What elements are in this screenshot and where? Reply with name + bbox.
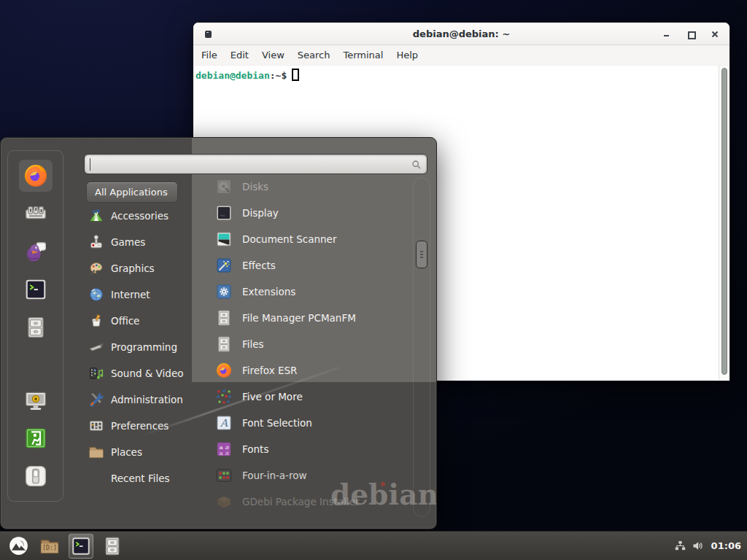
app-font-selection[interactable]: AFont Selection <box>202 410 415 436</box>
terminal-scrollbar-thumb[interactable] <box>721 68 727 375</box>
category-accessories[interactable]: Accessories <box>86 203 197 229</box>
category-sound-video[interactable]: Sound & Video <box>86 360 197 386</box>
app-gdebi-package-installer[interactable]: GDebi Package Installer <box>202 489 415 515</box>
terminal-menu-edit[interactable]: Edit <box>224 45 255 66</box>
category-games[interactable]: Games <box>86 229 197 255</box>
svg-text:a: a <box>225 450 228 456</box>
taskbar: [D:] 01:06 <box>0 531 747 560</box>
app-disks[interactable]: Disks <box>202 174 415 200</box>
terminal-dark-icon <box>24 278 47 301</box>
app-document-scanner[interactable]: Document Scanner <box>202 226 415 252</box>
prompt-symbol: :~$ <box>270 70 287 81</box>
four-in-a-row-icon <box>215 467 233 484</box>
app-display[interactable]: Display <box>202 200 415 226</box>
category-label: Games <box>111 236 145 248</box>
all-applications-button[interactable]: All Applications <box>86 182 178 203</box>
application-menu: debian All Applications AccessoriesGames… <box>0 137 437 529</box>
close-icon[interactable] <box>711 30 719 39</box>
app-label: Four-in-a-row <box>242 470 307 481</box>
category-office[interactable]: Office <box>86 308 197 334</box>
app-four-in-a-row[interactable]: Four-in-a-row <box>202 462 415 489</box>
network-icon[interactable] <box>674 540 686 552</box>
app-label: Font Selection <box>242 417 312 429</box>
taskbar-menu[interactable] <box>6 534 31 559</box>
favorite-terminal[interactable] <box>19 273 53 306</box>
menu-circle-icon <box>9 536 28 556</box>
file-cabinet-icon <box>24 316 47 339</box>
disks-icon <box>215 178 233 195</box>
gdebi-icon <box>215 493 233 510</box>
app-label: Display <box>242 207 279 219</box>
svg-text:A: A <box>220 417 228 429</box>
games-icon <box>88 234 104 250</box>
category-internet[interactable]: Internet <box>86 281 197 308</box>
taskbar-launchers: [D:] <box>6 534 125 559</box>
taskbar-terminal-active[interactable] <box>69 534 93 559</box>
taskbar-file-manager[interactable]: [D:] <box>37 534 62 559</box>
mixer-icon <box>24 202 47 225</box>
minimize-icon[interactable] <box>662 30 671 39</box>
app-label: GDebi Package Installer <box>242 496 360 508</box>
app-file-manager-pcmanfm[interactable]: File Manager PCManFM <box>202 305 415 331</box>
clock[interactable]: 01:06 <box>711 540 741 551</box>
display-icon <box>215 204 233 222</box>
taskbar-file-cabinet[interactable] <box>100 534 125 559</box>
terminal-menu-terminal[interactable]: Terminal <box>336 45 390 66</box>
category-administration[interactable]: Administration <box>86 386 197 413</box>
document-scanner-icon <box>215 230 233 248</box>
favorite-firefox[interactable] <box>19 160 53 192</box>
accessories-icon <box>88 208 104 224</box>
app-firefox-esr[interactable]: Firefox ESR <box>202 357 415 384</box>
volume-icon[interactable] <box>692 540 704 552</box>
office-icon <box>88 313 104 329</box>
app-extensions[interactable]: Extensions <box>202 279 415 305</box>
category-label: Internet <box>111 289 150 300</box>
file-cabinet-icon <box>215 335 233 353</box>
favorite-log-out[interactable] <box>19 422 53 454</box>
terminal-menubar: FileEditViewSearchTerminalHelp <box>193 45 729 66</box>
terminal-titlebar[interactable]: debian@debian: ~ <box>193 23 729 45</box>
app-label: Firefox ESR <box>242 365 297 376</box>
category-label: Recent Files <box>111 472 170 484</box>
app-label: Disks <box>242 181 268 192</box>
menu-scrollbar-thumb[interactable] <box>416 241 427 268</box>
app-effects[interactable]: Effects <box>202 252 415 279</box>
app-files[interactable]: Files <box>202 331 415 357</box>
favorite-settings[interactable] <box>19 198 53 230</box>
svg-text:a: a <box>220 450 223 456</box>
category-preferences[interactable]: Preferences <box>86 413 197 439</box>
favorite-pidgin[interactable] <box>19 236 53 268</box>
category-label: Administration <box>111 394 183 405</box>
places-icon <box>88 444 104 460</box>
app-label: Five or More <box>242 391 303 402</box>
terminal-scrollbar[interactable] <box>719 66 729 380</box>
app-fonts[interactable]: aaaaFonts <box>202 436 415 462</box>
preferences-icon <box>88 418 104 434</box>
search-box[interactable] <box>84 154 427 174</box>
folder-d-icon: [D:] <box>39 536 60 556</box>
internet-icon <box>88 287 104 303</box>
category-places[interactable]: Places <box>86 439 197 465</box>
shutdown-icon <box>24 464 47 488</box>
terminal-menu-file[interactable]: File <box>195 45 224 66</box>
menu-scrollbar[interactable] <box>413 177 430 517</box>
lock-screen-icon <box>24 389 47 412</box>
terminal-menu-search[interactable]: Search <box>291 45 337 66</box>
favorite-file-manager[interactable] <box>19 311 53 343</box>
terminal-menu-help[interactable]: Help <box>390 45 425 66</box>
category-label: Programming <box>111 341 177 353</box>
font-selection-icon: A <box>215 414 233 432</box>
maximize-icon[interactable] <box>686 30 695 39</box>
favorite-shut-down[interactable] <box>19 460 53 492</box>
programming-icon <box>88 339 104 355</box>
category-graphics[interactable]: Graphics <box>86 255 197 281</box>
terminal-title: debian@debian: ~ <box>193 23 729 45</box>
graphics-icon <box>88 260 104 276</box>
search-input[interactable] <box>90 156 403 172</box>
category-programming[interactable]: Programming <box>86 334 197 360</box>
app-five-or-more[interactable]: Five or More <box>202 384 415 410</box>
file-cabinet-icon <box>102 536 123 556</box>
terminal-menu-view[interactable]: View <box>255 45 291 66</box>
category-recent-files[interactable]: Recent Files <box>86 465 197 491</box>
favorite-lock-screen[interactable] <box>19 384 53 416</box>
